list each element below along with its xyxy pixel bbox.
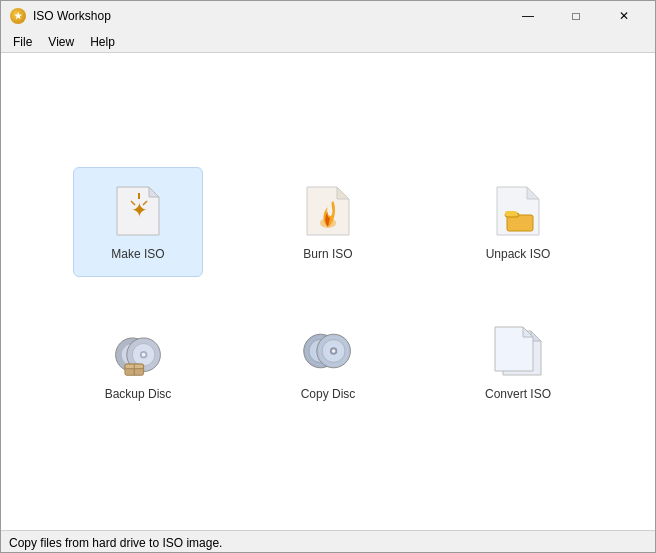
status-bar: Copy files from hard drive to ISO image. [1,530,655,553]
menu-view[interactable]: View [40,32,82,52]
window-title: ISO Workshop [33,9,505,23]
unpack-iso-label: Unpack ISO [486,247,551,261]
svg-point-34 [332,349,336,353]
menu-help[interactable]: Help [82,32,123,52]
app-icon: ★ [9,7,27,25]
make-iso-icon: ✦ [110,183,166,239]
close-button[interactable]: ✕ [601,1,647,31]
maximize-button[interactable]: □ [553,1,599,31]
convert-iso-label: Convert ISO [485,387,551,401]
svg-marker-7 [337,187,349,199]
svg-point-21 [142,352,146,356]
make-iso-label: Make ISO [111,247,164,261]
minimize-button[interactable]: — [505,1,551,31]
copy-disc-label: Copy Disc [301,387,356,401]
convert-iso-icon [490,323,546,379]
copy-disc-icon [300,323,356,379]
title-bar: ★ ISO Workshop — □ ✕ [1,1,655,31]
burn-iso-icon [300,183,356,239]
svg-marker-1 [149,187,159,197]
burn-iso-label: Burn ISO [303,247,352,261]
unpack-iso-button[interactable]: Unpack ISO [453,167,583,277]
icon-grid: ✦ Make ISO [33,147,623,437]
unpack-iso-icon [490,183,546,239]
burn-iso-button[interactable]: Burn ISO [263,167,393,277]
svg-marker-10 [527,187,539,199]
backup-disc-button[interactable]: Backup Disc [73,307,203,417]
make-iso-button[interactable]: ✦ Make ISO [73,167,203,277]
copy-disc-button[interactable]: Copy Disc [263,307,393,417]
backup-disc-label: Backup Disc [105,387,172,401]
window-controls: — □ ✕ [505,1,647,31]
status-text: Copy files from hard drive to ISO image. [9,536,222,550]
convert-iso-button[interactable]: Convert ISO [453,307,583,417]
app-icon-circle: ★ [10,8,26,24]
menu-file[interactable]: File [5,32,40,52]
backup-disc-icon [110,323,166,379]
main-content: ✦ Make ISO [1,53,655,530]
menu-bar: File View Help [1,31,655,53]
svg-rect-13 [505,211,517,216]
